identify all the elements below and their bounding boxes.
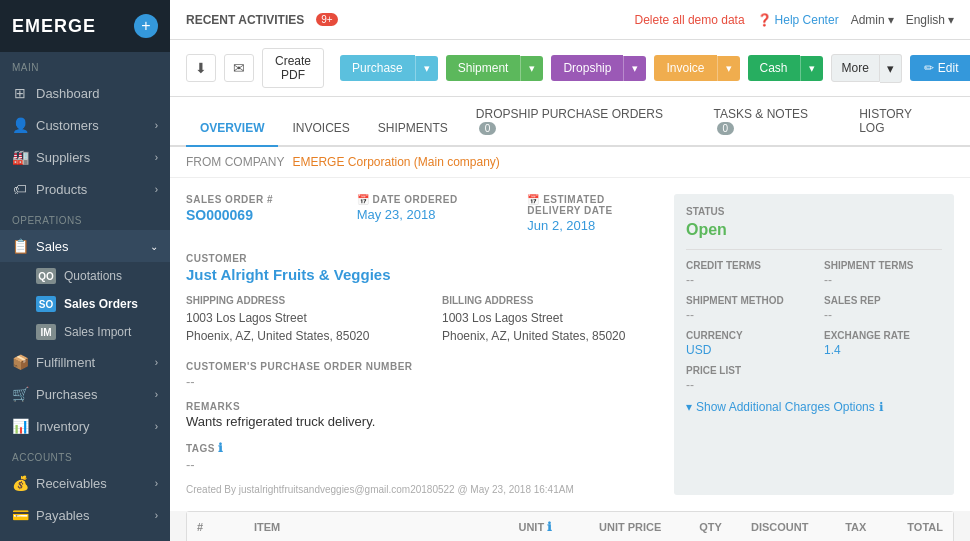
section-label-accounts: Accounts bbox=[0, 442, 170, 467]
chevron-right-icon: › bbox=[155, 510, 158, 521]
from-company-name[interactable]: EMERGE Corporation (Main company) bbox=[292, 155, 499, 169]
credit-terms-field: CREDIT TERMS -- bbox=[686, 260, 804, 287]
add-button[interactable]: + bbox=[134, 14, 158, 38]
currency-value: USD bbox=[686, 343, 804, 357]
sidebar-item-label: Suppliers bbox=[36, 150, 90, 165]
tab-history-log[interactable]: HISTORY LOG bbox=[845, 97, 954, 147]
sidebar-item-suppliers[interactable]: 🏭 Suppliers › bbox=[0, 141, 170, 173]
tab-shipments[interactable]: SHIPMENTS bbox=[364, 111, 462, 147]
sidebar-subitem-sales-import[interactable]: IM Sales Import bbox=[0, 318, 170, 346]
dropship-button[interactable]: Dropship bbox=[551, 55, 623, 81]
customer-name[interactable]: Just Alright Fruits & Veggies bbox=[186, 266, 658, 283]
sidebar-item-payables[interactable]: 💳 Payables › bbox=[0, 499, 170, 531]
col-num: # bbox=[187, 512, 244, 541]
billing-address-line2: Phoenix, AZ, United States, 85020 bbox=[442, 329, 625, 343]
email-button[interactable]: ✉ bbox=[224, 54, 254, 82]
shipment-arrow-button[interactable]: ▾ bbox=[520, 56, 543, 81]
shipment-button[interactable]: Shipment bbox=[446, 55, 521, 81]
remarks-value: Wants refrigerated truck delivery. bbox=[186, 414, 658, 429]
date-ordered-label: 📅 DATE ORDERED bbox=[357, 194, 488, 205]
col-qty: QTY bbox=[689, 512, 741, 541]
more-arrow-button[interactable]: ▾ bbox=[880, 54, 902, 83]
section-label-operations: Operations bbox=[0, 205, 170, 230]
shipping-address-lines: 1003 Los Lagos Street Phoenix, AZ, Unite… bbox=[186, 309, 402, 345]
cash-arrow-button[interactable]: ▾ bbox=[800, 56, 823, 81]
show-charges-link[interactable]: ▾ Show Additional Charges Options ℹ bbox=[686, 400, 942, 414]
chevron-right-icon: › bbox=[155, 184, 158, 195]
section-label-main: Main bbox=[0, 52, 170, 77]
sidebar-item-label: Payables bbox=[36, 508, 89, 523]
exchange-rate-value: 1.4 bbox=[824, 343, 942, 357]
currency-label: CURRENCY bbox=[686, 330, 804, 341]
question-icon: ❓ bbox=[757, 13, 772, 27]
language-dropdown[interactable]: English ▾ bbox=[906, 13, 954, 27]
invoice-button[interactable]: Invoice bbox=[654, 55, 716, 81]
sidebar-subitem-quotations[interactable]: QO Quotations bbox=[0, 262, 170, 290]
purchase-arrow-button[interactable]: ▾ bbox=[415, 56, 438, 81]
suppliers-icon: 🏭 bbox=[12, 149, 28, 165]
invoice-arrow-button[interactable]: ▾ bbox=[717, 56, 740, 81]
chevron-down-icon: ▾ bbox=[686, 400, 692, 414]
billing-address-field: BILLING ADDRESS 1003 Los Lagos Street Ph… bbox=[442, 295, 658, 357]
sales-orders-code: SO bbox=[36, 296, 56, 312]
table-header-row: # ITEM UNIT ℹ UNIT PRICE QTY DISCOUNT TA… bbox=[187, 512, 953, 541]
sidebar-item-purchases[interactable]: 🛒 Purchases › bbox=[0, 378, 170, 410]
credit-terms-label: CREDIT TERMS bbox=[686, 260, 804, 271]
sales-import-code: IM bbox=[36, 324, 56, 340]
sales-order-number[interactable]: SO000069 bbox=[186, 207, 317, 223]
payables-icon: 💳 bbox=[12, 507, 28, 523]
edit-button[interactable]: ✏ Edit bbox=[910, 55, 970, 81]
purchase-btn-group: Purchase ▾ bbox=[340, 55, 438, 81]
tags-label: TAGS ℹ bbox=[186, 441, 658, 455]
download-button[interactable]: ⬇ bbox=[186, 54, 216, 82]
sidebar: EMERGE + Main ⊞ Dashboard 👤 Customers › … bbox=[0, 0, 170, 541]
edit-label: Edit bbox=[938, 61, 959, 75]
customer-po-label: CUSTOMER'S PURCHASE ORDER NUMBER bbox=[186, 361, 658, 372]
price-list-value: -- bbox=[686, 378, 942, 392]
sidebar-item-receivables[interactable]: 💰 Receivables › bbox=[0, 467, 170, 499]
purchase-button[interactable]: Purchase bbox=[340, 55, 415, 81]
inventory-icon: 📊 bbox=[12, 418, 28, 434]
delete-demo-link[interactable]: Delete all demo data bbox=[635, 13, 745, 27]
chevron-right-icon: › bbox=[155, 478, 158, 489]
customer-po-field: CUSTOMER'S PURCHASE ORDER NUMBER -- bbox=[186, 361, 658, 389]
status-value: Open bbox=[686, 221, 942, 239]
purchases-icon: 🛒 bbox=[12, 386, 28, 402]
sidebar-subitem-label: Sales Import bbox=[64, 325, 131, 339]
from-company-label: FROM COMPANY bbox=[186, 155, 284, 169]
exchange-rate-label: EXCHANGE RATE bbox=[824, 330, 942, 341]
sales-order-label: SALES ORDER # bbox=[186, 194, 317, 205]
create-pdf-button[interactable]: Create PDF bbox=[262, 48, 324, 88]
sidebar-subitem-label: Sales Orders bbox=[64, 297, 138, 311]
sidebar-subitem-sales-orders[interactable]: SO Sales Orders bbox=[0, 290, 170, 318]
sidebar-item-fulfillment[interactable]: 📦 Fulfillment › bbox=[0, 346, 170, 378]
sidebar-item-customers[interactable]: 👤 Customers › bbox=[0, 109, 170, 141]
cash-button[interactable]: Cash bbox=[748, 55, 800, 81]
currency-exchange-row: CURRENCY USD EXCHANGE RATE 1.4 bbox=[686, 330, 942, 357]
content: FROM COMPANY EMERGE Corporation (Main co… bbox=[170, 147, 970, 541]
tab-tasks-notes[interactable]: TASKS & NOTES 0 bbox=[700, 97, 846, 147]
more-button[interactable]: More bbox=[831, 54, 880, 82]
tags-value: -- bbox=[186, 457, 658, 472]
tab-dropship-purchase-orders[interactable]: DROPSHIP PURCHASE ORDERS 0 bbox=[462, 97, 700, 147]
sales-order-field: SALES ORDER # SO000069 bbox=[186, 194, 317, 245]
dropship-arrow-button[interactable]: ▾ bbox=[623, 56, 646, 81]
order-header-row: SALES ORDER # SO000069 📅 DATE ORDERED Ma… bbox=[186, 194, 658, 245]
tab-invoices[interactable]: INVOICES bbox=[278, 111, 363, 147]
chevron-down-icon: ▾ bbox=[948, 13, 954, 27]
tasks-notes-badge: 0 bbox=[717, 122, 735, 135]
admin-dropdown[interactable]: Admin ▾ bbox=[851, 13, 894, 27]
sidebar-item-products[interactable]: 🏷 Products › bbox=[0, 173, 170, 205]
sidebar-item-sales[interactable]: 📋 Sales ⌄ bbox=[0, 230, 170, 262]
language-label: English bbox=[906, 13, 945, 27]
help-center-link[interactable]: ❓ Help Center bbox=[757, 13, 839, 27]
credit-shipment-row: CREDIT TERMS -- SHIPMENT TERMS -- bbox=[686, 260, 942, 287]
status-panel: STATUS Open CREDIT TERMS -- SHIPMENT TER… bbox=[674, 194, 954, 495]
help-center-text: Help Center bbox=[775, 13, 839, 27]
sidebar-item-inventory[interactable]: 📊 Inventory › bbox=[0, 410, 170, 442]
sidebar-item-dashboard[interactable]: ⊞ Dashboard bbox=[0, 77, 170, 109]
sales-rep-value: -- bbox=[824, 308, 942, 322]
date-ordered-value: May 23, 2018 bbox=[357, 207, 488, 222]
receivables-icon: 💰 bbox=[12, 475, 28, 491]
tab-overview[interactable]: OVERVIEW bbox=[186, 111, 278, 147]
